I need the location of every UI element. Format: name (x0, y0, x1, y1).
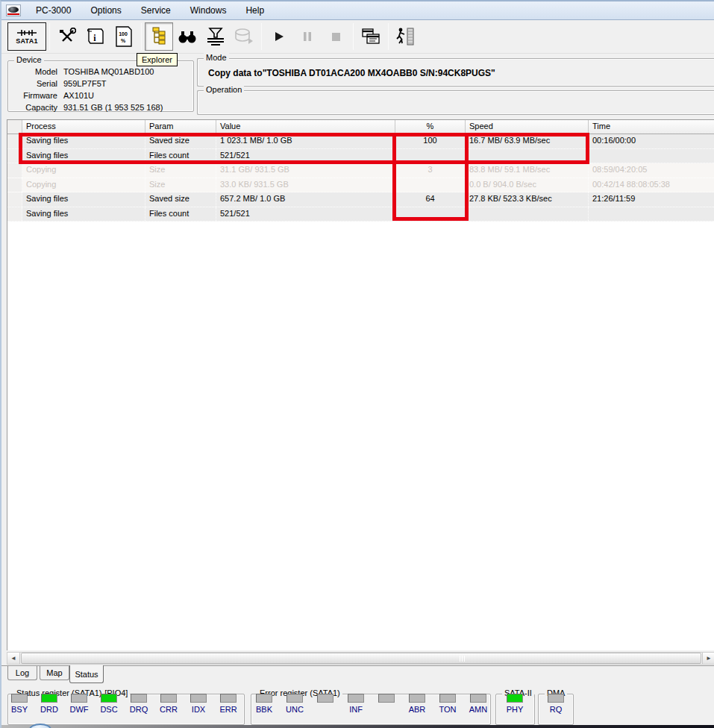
device-capacity-label: Capacity (11, 103, 57, 112)
stop-button (322, 22, 350, 51)
cell-speed: 0.0 B/ 904.0 B/sec (466, 178, 589, 192)
cell-speed: 27.8 KB/ 523.3 KB/sec (466, 192, 589, 207)
cell-process: Saving files (22, 149, 145, 163)
scroll-right-button[interactable]: ► (702, 653, 714, 664)
cell-param: Files count (145, 207, 216, 222)
script-info-button[interactable]: i (81, 22, 110, 51)
toolbar-separator (261, 23, 262, 50)
cell-param: Size (145, 178, 216, 192)
svg-text:%: % (121, 38, 126, 43)
lamp-abr: ABR (402, 694, 432, 714)
svg-text:100: 100 (119, 31, 128, 37)
lamp-ton: TON (433, 694, 463, 714)
sata-bus-icon (17, 29, 37, 37)
start-button[interactable] (265, 22, 293, 51)
cell-process: Copying (22, 178, 145, 192)
device-model-label: Model (11, 67, 57, 76)
stop-icon (331, 32, 341, 42)
exit-button[interactable] (392, 22, 420, 51)
lamp-idx: IDX (184, 694, 213, 714)
mode-groupbox: Mode Copy data to"TOSHIBA DT01ACA200 MX4… (197, 58, 714, 87)
header-param[interactable]: Param (145, 120, 216, 134)
header-process[interactable]: Process (22, 120, 145, 134)
device-firmware-value: AX101U (63, 91, 163, 100)
cell-time: 00:16/00:00 (589, 134, 714, 148)
header-speed[interactable]: Speed (466, 120, 589, 134)
toolbar-separator (141, 23, 142, 50)
lamp-blank-1 (310, 694, 340, 705)
utilities-button[interactable] (53, 22, 81, 51)
device-firmware-label: Firmware (11, 91, 57, 100)
operation-groupbox: Operation (197, 90, 714, 115)
cell-time (589, 207, 714, 222)
menu-service[interactable]: Service (132, 3, 180, 18)
scrollbar-thumb[interactable] (21, 653, 701, 664)
cell-speed (466, 207, 589, 222)
cell-param: Size (145, 163, 216, 178)
menu-windows[interactable]: Windows (181, 3, 236, 18)
tab-log[interactable]: Log (7, 666, 37, 680)
lamp-crr: CRR (154, 694, 184, 714)
table-row[interactable]: Saving files Files count 521/521 (7, 149, 714, 164)
tab-status[interactable]: Status (69, 665, 104, 683)
pause-icon (302, 31, 313, 42)
toolbar-separator (388, 23, 389, 50)
lamp-err: ERR (213, 694, 243, 714)
lamp-amn: AMN (463, 694, 493, 714)
register-panel: Status register (SATA1)-[PIO4] Error reg… (1, 686, 714, 725)
menu-options[interactable]: Options (81, 3, 130, 18)
cell-percent: 3 (395, 163, 466, 178)
windows-cascade-button[interactable] (357, 22, 385, 51)
cell-percent: 100 (395, 134, 466, 148)
menu-bar: PC-3000 Options Service Windows Help (1, 1, 714, 20)
header-percent[interactable]: % (395, 120, 466, 134)
menu-pc3000[interactable]: PC-3000 (27, 3, 80, 18)
cell-value: 657.2 MB/ 1.0 GB (216, 192, 395, 207)
abr-lamp-icon (409, 694, 425, 703)
cell-process: Copying (22, 163, 145, 178)
play-icon (273, 31, 285, 43)
script-info-icon: i (86, 27, 105, 46)
lamp-dwf: DWF (64, 694, 94, 714)
pause-button (293, 22, 322, 51)
header-time[interactable]: Time (589, 120, 714, 134)
sata1-port-button[interactable]: SATA1 (7, 22, 46, 51)
table-row[interactable]: Saving files Files count 521/521 (7, 207, 714, 222)
cell-process: Saving files (22, 207, 145, 222)
drq-lamp-icon (131, 694, 147, 703)
table-row[interactable]: Copying Size 33.0 KB/ 931.5 GB 0.0 B/ 90… (7, 178, 714, 193)
header-value[interactable]: Value (216, 120, 395, 134)
cell-percent: 64 (395, 192, 466, 207)
drd-lamp-icon (41, 694, 57, 703)
lamp-unc: UNC (280, 694, 310, 714)
lamp-rq: RQ (541, 694, 571, 714)
device-serial-label: Serial (11, 79, 57, 88)
toolbar: SATA1 i 100% (1, 20, 714, 54)
scroll-left-button[interactable]: ◄ (7, 653, 20, 664)
table-row[interactable]: Saving files Saved size 1 023.1 MB/ 1.0 … (7, 134, 714, 149)
app-logo-icon (6, 4, 21, 16)
bbk-lamp-icon (256, 694, 272, 703)
scroll-right-arrow-icon: ► (706, 655, 712, 662)
amn-lamp-icon (470, 694, 486, 703)
tab-bar: Log Map Status (1, 665, 714, 685)
rq-lamp-icon (548, 694, 564, 703)
horizontal-scrollbar[interactable]: ◄ ► (7, 652, 714, 665)
doc-100-percent-icon: 100% (115, 26, 133, 47)
cell-param: Files count (145, 149, 216, 163)
table-row[interactable]: Saving files Saved size 657.2 MB/ 1.0 GB… (7, 192, 714, 207)
mode-groupbox-title: Mode (204, 53, 229, 62)
table-row[interactable]: Copying Size 31.1 GB/ 931.5 GB 3 83.8 MB… (7, 163, 714, 178)
filter-merge-button[interactable] (201, 22, 230, 51)
device-model-value: TOSHIBA MQ01ABD100 (63, 67, 163, 76)
lamp-drq: DRQ (124, 694, 154, 714)
cell-time: 00:42/14 88:08:05:38 (589, 178, 714, 192)
dsc-lamp-icon (101, 694, 117, 703)
explorer-button[interactable] (145, 22, 173, 51)
inf-lamp-icon (348, 694, 364, 703)
menu-help[interactable]: Help (237, 3, 273, 18)
ton-lamp-icon (439, 694, 456, 703)
tab-map[interactable]: Map (40, 666, 69, 680)
resources-100-button[interactable]: 100% (110, 22, 138, 51)
search-button[interactable] (173, 22, 201, 51)
